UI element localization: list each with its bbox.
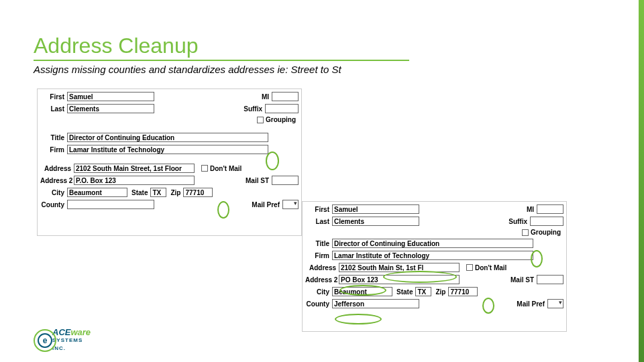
zip-field[interactable]: 77710 bbox=[448, 287, 478, 296]
slide: Address Cleanup Assigns missing counties… bbox=[0, 0, 644, 362]
label-dont-mail: Don't Mail bbox=[475, 264, 509, 272]
first-field[interactable]: Samuel bbox=[67, 92, 154, 101]
label-county: County bbox=[40, 201, 67, 208]
label-state: State bbox=[127, 189, 150, 196]
first-field[interactable]: Samuel bbox=[332, 204, 419, 214]
label-zip: Zip bbox=[431, 288, 448, 296]
label-state: State bbox=[392, 288, 415, 296]
highlight-oval bbox=[335, 314, 382, 324]
label-last: Last bbox=[305, 218, 332, 225]
state-field[interactable]: TX bbox=[415, 287, 431, 296]
label-mi: MI bbox=[527, 206, 537, 213]
address-field[interactable]: 2102 South Main Street, 1st Floor bbox=[74, 164, 195, 173]
last-field[interactable]: Clements bbox=[332, 217, 419, 226]
page-title: Address Cleanup bbox=[34, 34, 610, 58]
label-first: First bbox=[40, 93, 67, 101]
label-first: First bbox=[305, 206, 332, 213]
logo-badge-letter: e bbox=[38, 333, 52, 348]
firm-field[interactable]: Lamar Institute of Technology bbox=[67, 145, 268, 154]
city-field[interactable]: Beaumont bbox=[67, 188, 127, 197]
grouping-checkbox[interactable] bbox=[257, 117, 264, 123]
label-mail-st: Mail ST bbox=[246, 177, 272, 184]
logo-badge-icon: e bbox=[34, 329, 56, 352]
label-firm: Firm bbox=[305, 252, 332, 259]
mail-pref-combo[interactable] bbox=[282, 200, 299, 209]
label-mail-pref: Mail Pref bbox=[252, 201, 282, 208]
label-address2: Address 2 bbox=[40, 177, 74, 184]
title-field[interactable]: Director of Continuing Education bbox=[67, 133, 268, 142]
title-underline bbox=[34, 60, 409, 61]
address2-field[interactable]: PO Box 123 bbox=[339, 275, 460, 284]
label-mail-pref: Mail Pref bbox=[517, 300, 547, 308]
label-title: Title bbox=[305, 240, 332, 247]
mail-st-field[interactable] bbox=[537, 275, 564, 284]
county-field[interactable] bbox=[67, 200, 154, 209]
last-field[interactable]: Clements bbox=[67, 104, 154, 113]
logo-text: ACEware SYSTEMS INC. bbox=[52, 329, 91, 352]
city-field[interactable]: Beaumont bbox=[332, 287, 392, 296]
label-address2: Address 2 bbox=[305, 276, 339, 284]
label-suffix: Suffix bbox=[508, 218, 530, 225]
mi-field[interactable] bbox=[272, 92, 299, 101]
mail-pref-combo[interactable] bbox=[547, 299, 564, 308]
label-suffix: Suffix bbox=[244, 105, 265, 113]
label-grouping: Grouping bbox=[266, 116, 299, 123]
logo-ware: ware bbox=[70, 327, 91, 337]
state-field[interactable]: TX bbox=[150, 188, 166, 197]
firm-field[interactable]: Lamar Institute of Technology bbox=[332, 251, 533, 260]
zip-field[interactable]: 77710 bbox=[183, 188, 213, 197]
mail-st-field[interactable] bbox=[272, 176, 299, 185]
label-address: Address bbox=[305, 264, 339, 272]
label-address: Address bbox=[40, 165, 74, 172]
label-county: County bbox=[305, 300, 332, 308]
form-after: First Samuel MI Last Clements Suffix Gro… bbox=[302, 201, 567, 332]
grouping-checkbox[interactable] bbox=[522, 229, 529, 236]
address-field[interactable]: 2102 South Main St, 1st Fl bbox=[339, 263, 460, 272]
page-subtitle: Assigns missing counties and standardize… bbox=[34, 64, 610, 75]
form-before: First Samuel MI Last Clements Suffix Gro… bbox=[37, 88, 302, 236]
suffix-field[interactable] bbox=[265, 104, 299, 113]
label-zip: Zip bbox=[166, 189, 183, 196]
dont-mail-checkbox[interactable] bbox=[201, 165, 208, 172]
suffix-field[interactable] bbox=[530, 217, 564, 226]
label-title: Title bbox=[40, 134, 67, 141]
title-field[interactable]: Director of Continuing Education bbox=[332, 239, 533, 248]
label-last: Last bbox=[40, 105, 67, 113]
logo-systems: SYSTEMS bbox=[52, 337, 83, 343]
label-grouping: Grouping bbox=[531, 229, 564, 236]
logo: e ACEware SYSTEMS INC. bbox=[34, 329, 91, 352]
label-city: City bbox=[40, 189, 67, 196]
label-dont-mail: Don't Mail bbox=[210, 165, 244, 172]
dont-mail-checkbox[interactable] bbox=[466, 264, 473, 271]
mi-field[interactable] bbox=[537, 204, 564, 214]
county-field[interactable]: Jefferson bbox=[332, 299, 419, 308]
label-city: City bbox=[305, 288, 332, 296]
label-mail-st: Mail ST bbox=[511, 276, 537, 284]
label-mi: MI bbox=[262, 93, 272, 101]
address2-field[interactable]: P.O. Box 123 bbox=[74, 176, 195, 185]
label-firm: Firm bbox=[40, 146, 67, 154]
